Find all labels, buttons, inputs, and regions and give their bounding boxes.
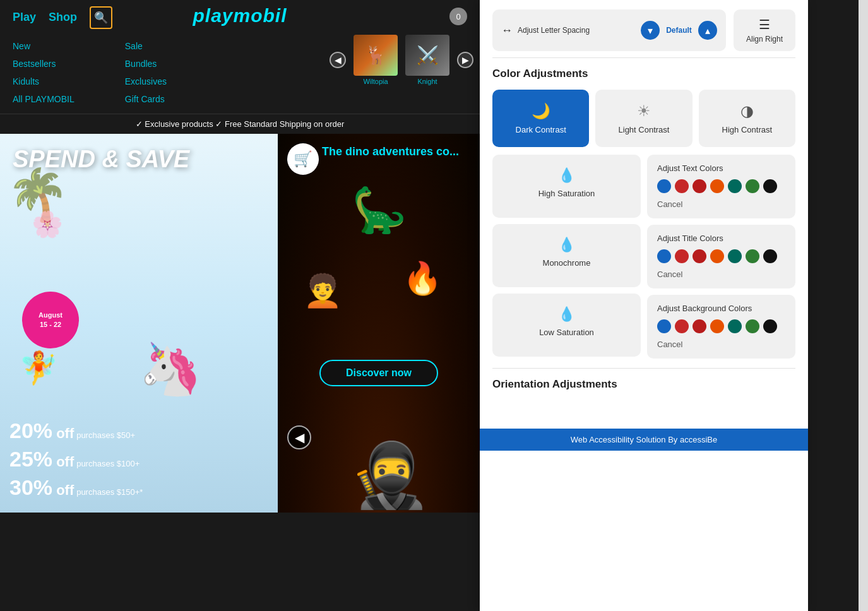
swatch-title-blue[interactable] [657,249,671,263]
search-button[interactable]: 🔍 [90,6,112,29]
high-saturation-icon: 💧 [558,167,575,184]
dark-contrast-label: Dark Contrast [516,125,566,134]
text-color-swatches [657,179,785,193]
adjust-text-colors-cancel[interactable]: Cancel [657,199,682,209]
promo-bar: ✓ Exclusive products ✓ Free Standard Shi… [0,114,480,134]
menu-item-kidults[interactable]: Kidults [13,76,74,86]
discount-30: 30% off purchases $150+* [9,475,271,500]
letter-spacing-icon: ↔ [501,24,513,37]
swatch-bg-orange[interactable] [710,319,724,333]
color-section-title: Color Adjustments [492,68,795,80]
adjust-bg-colors-title: Adjust Background Colors [657,304,785,313]
dark-contrast-icon: 🌙 [532,102,550,120]
dino-title: The dino adventures co... [322,145,473,158]
site-logo: playmobil [193,5,287,27]
menu-col-2: Sale Bundles Exclusives Gift Cards [125,41,167,104]
swatch-bg-teal[interactable] [728,319,742,333]
swatch-text-darkred[interactable] [693,179,706,193]
cart-count[interactable]: 0 [449,8,467,25]
light-contrast-icon: ☀ [637,102,651,120]
menu-col-1: New Bestsellers Kidults All PLAYMOBIL [13,41,74,104]
swatch-title-orange[interactable] [710,249,724,263]
menu-item-bundles[interactable]: Bundles [125,59,167,69]
title-color-swatches [657,249,785,263]
color-option-dark-contrast[interactable]: 🌙 Dark Contrast [492,90,589,147]
align-right-icon: ☰ [759,17,770,32]
nav-play[interactable]: Play [13,11,36,24]
align-right-label: Align Right [746,35,783,44]
light-contrast-label: Light Contrast [619,125,670,134]
fire-element: 🔥 [403,260,442,297]
low-saturation-icon: 💧 [558,306,575,323]
menu-item-new[interactable]: New [13,41,74,51]
align-right-control[interactable]: ☰ Align Right [734,9,795,51]
low-saturation-label: Low Saturation [539,328,594,337]
thumb-wiltopia-label: Wiltopia [354,78,398,85]
swatch-text-red[interactable] [675,179,689,193]
accessibility-panel: ↔ Adjust Letter Spacing ▾ Default ▴ ☰ Al… [480,0,808,611]
high-saturation-option[interactable]: 💧 High Saturation [492,155,641,218]
swatch-text-green[interactable] [746,179,759,193]
low-saturation-option[interactable]: 💧 Low Saturation [492,294,641,357]
swatch-title-green[interactable] [746,249,759,263]
adjust-bg-colors-box: Adjust Background Colors Cancel [647,295,795,359]
adjust-title-colors-box: Adjust Title Colors Cancel [647,225,795,288]
color-option-light-contrast[interactable]: ☀ Light Contrast [595,90,692,147]
adjust-title-colors-title: Adjust Title Colors [657,234,785,243]
letter-spacing-label: Adjust Letter Spacing [518,26,636,35]
dino-characters: 🦕 [278,184,480,236]
swatch-text-black[interactable] [763,179,777,193]
unicorn-character: 🦄 [76,340,265,399]
monochrome-label: Monochrome [543,258,591,268]
menu-item-giftcards[interactable]: Gift Cards [125,94,167,104]
thumb-wiltopia[interactable]: 🦌 Wiltopia [354,35,398,85]
monochrome-icon: 💧 [558,237,575,253]
accessibility-footer: Web Accessibility Solution By accessiBe [480,429,808,451]
adjust-title-colors-cancel[interactable]: Cancel [657,270,682,279]
swatch-title-black[interactable] [763,249,777,263]
swatch-bg-red[interactable] [675,319,689,333]
swatch-bg-green[interactable] [746,319,759,333]
adjust-text-colors-box: Adjust Text Colors Cancel [647,155,795,218]
discount-list: 20% off purchases $50+ 25% off purchases… [9,418,271,500]
prev-hero-arrow[interactable]: ◀ [287,425,311,449]
monochrome-option[interactable]: 💧 Monochrome [492,224,641,287]
date-badge: August15 - 22 [22,292,79,348]
discount-20: 20% off purchases $50+ [9,418,271,443]
color-option-high-contrast[interactable]: ◑ High Contrast [699,90,795,147]
swatch-bg-darkred[interactable] [693,319,706,333]
adjust-text-colors-title: Adjust Text Colors [657,163,785,173]
letter-spacing-control: ↔ Adjust Letter Spacing ▾ Default ▴ [492,9,726,51]
next-thumb-arrow[interactable]: ▶ [457,52,473,68]
letter-spacing-up-button[interactable]: ▴ [698,21,717,40]
thumb-knight[interactable]: ⚔️ Knight [405,35,449,85]
letter-spacing-value: Default [665,26,693,35]
spend-save-title: SPEND & SAVE [13,146,271,173]
swatch-title-teal[interactable] [728,249,742,263]
menu-item-exclusives[interactable]: Exclusives [125,76,167,86]
letter-spacing-down-button[interactable]: ▾ [641,21,660,40]
fairy-character: 🧚 [19,350,58,386]
bg-color-swatches [657,319,785,333]
prev-thumb-arrow[interactable]: ◀ [330,52,346,68]
menu-item-bestsellers[interactable]: Bestsellers [13,59,74,69]
nav-shop[interactable]: Shop [49,11,77,24]
cart-overlay-icon[interactable]: 🛒 [287,143,319,175]
adjust-bg-colors-cancel[interactable]: Cancel [657,340,682,349]
swatch-bg-blue[interactable] [657,319,671,333]
menu-item-sale[interactable]: Sale [125,41,167,51]
swatch-title-red[interactable] [675,249,689,263]
discount-25: 25% off purchases $100+ [9,447,271,472]
explorer-character: 🧑‍🦱 [303,273,342,309]
discover-now-button[interactable]: Discover now [319,360,438,386]
swatch-title-darkred[interactable] [693,249,706,263]
swatch-text-orange[interactable] [710,179,724,193]
swatch-bg-black[interactable] [763,319,777,333]
high-saturation-label: High Saturation [538,189,595,198]
thumb-knight-label: Knight [405,78,449,85]
swatch-text-blue[interactable] [657,179,671,193]
high-contrast-icon: ◑ [740,102,754,120]
high-contrast-label: High Contrast [722,125,772,134]
swatch-text-teal[interactable] [728,179,742,193]
menu-item-all[interactable]: All PLAYMOBIL [13,94,74,104]
